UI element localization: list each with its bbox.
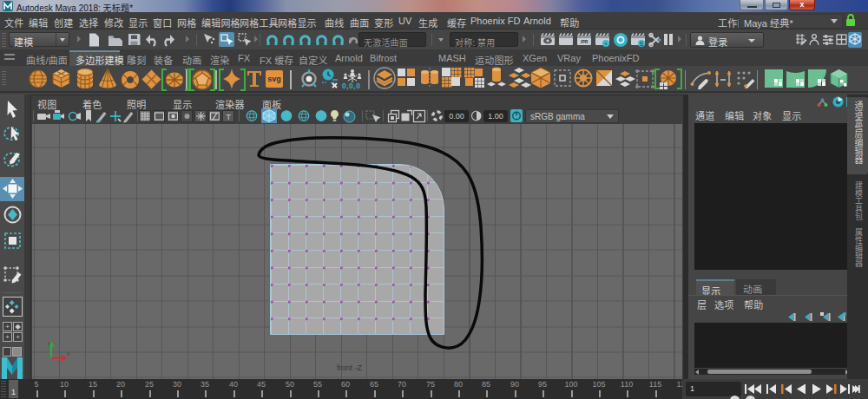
svg-text:+: + — [604, 41, 608, 46]
svg-text:y: y — [48, 340, 51, 347]
svg-text:S: S — [640, 41, 644, 47]
svg-text:T: T — [227, 113, 232, 121]
svg-text:0,0,0: 0,0,0 — [342, 82, 360, 90]
svg-text:x: x — [67, 350, 70, 356]
svg-text:IPR: IPR — [581, 39, 589, 44]
